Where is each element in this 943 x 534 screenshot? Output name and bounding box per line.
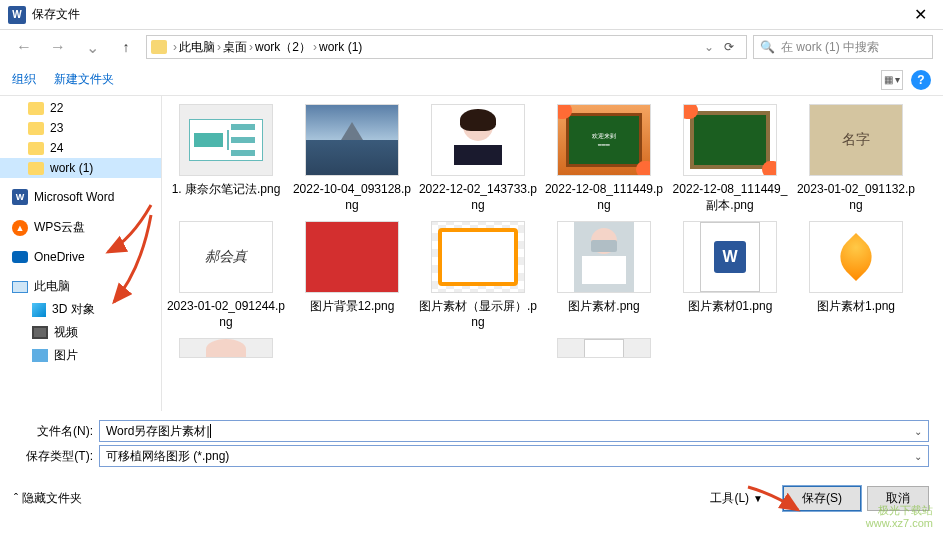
close-button[interactable]: ✕	[906, 5, 935, 24]
new-folder-button[interactable]: 新建文件夹	[54, 71, 114, 88]
file-label: 图片素材1.png	[796, 299, 916, 315]
breadcrumb[interactable]: › 此电脑 › 桌面 › work（2） › work (1) ⌄ ⟳	[146, 35, 747, 59]
file-item[interactable]: 2022-12-08_111449_副本.png	[670, 104, 790, 213]
refresh-button[interactable]: ⟳	[716, 40, 742, 54]
file-label: 图片素材01.png	[670, 299, 790, 315]
sidebar-onedrive[interactable]: OneDrive	[0, 247, 161, 267]
file-label: 2022-10-04_093128.png	[292, 182, 412, 213]
file-label: 1. 康奈尔笔记法.png	[166, 182, 286, 198]
thumbnail: W	[683, 221, 777, 293]
file-label: 2023-01-02_091132.png	[796, 182, 916, 213]
folder-23[interactable]: 23	[0, 118, 161, 138]
folder-icon	[28, 122, 44, 135]
search-placeholder: 在 work (1) 中搜索	[781, 39, 879, 56]
view-mode-button[interactable]: ▦ ▾	[881, 70, 903, 90]
breadcrumb-p3[interactable]: work (1)	[319, 40, 362, 54]
file-item[interactable]: 郝会真 2023-01-02_091244.png	[166, 221, 286, 330]
help-button[interactable]: ?	[911, 70, 931, 90]
chevron-right-icon: ›	[173, 40, 177, 54]
file-item[interactable]: 名字 2023-01-02_091132.png	[796, 104, 916, 213]
file-item[interactable]	[166, 338, 286, 364]
thumbnail	[179, 104, 273, 176]
file-label: 2022-12-02_143733.png	[418, 182, 538, 213]
word-icon: W	[12, 189, 28, 205]
breadcrumb-dropdown[interactable]: ⌄	[704, 40, 714, 54]
sidebar-3d-objects[interactable]: 3D 对象	[0, 298, 161, 321]
thumbnail: 欢迎来到━━━	[557, 104, 651, 176]
tools-menu[interactable]: 工具(L)▼	[710, 490, 763, 507]
file-label: 2022-12-08_111449.png	[544, 182, 664, 213]
folder-work1[interactable]: work (1)	[0, 158, 161, 178]
forward-button: →	[44, 35, 72, 59]
obj3d-icon	[32, 303, 46, 317]
save-form: 文件名(N): Word另存图片素材| ⌄ 保存类型(T): 可移植网络图形 (…	[0, 411, 943, 476]
file-item[interactable]: 1. 康奈尔笔记法.png	[166, 104, 286, 213]
file-label: 2022-12-08_111449_副本.png	[670, 182, 790, 213]
sidebar-this-pc[interactable]: 此电脑	[0, 275, 161, 298]
file-label: 图片素材.png	[544, 299, 664, 315]
thumbnail	[305, 221, 399, 293]
search-icon: 🔍	[760, 40, 775, 54]
file-label: 图片素材（显示屏）.png	[418, 299, 538, 330]
hide-folders-toggle[interactable]: ˆ 隐藏文件夹	[14, 490, 82, 507]
chevron-down-icon[interactable]: ⌄	[914, 451, 922, 462]
thumbnail	[179, 338, 273, 358]
window-title: 保存文件	[32, 6, 906, 23]
folder-24[interactable]: 24	[0, 138, 161, 158]
recent-dropdown[interactable]: ⌄	[78, 35, 106, 59]
folder-22[interactable]: 22	[0, 98, 161, 118]
thumbnail	[431, 104, 525, 176]
sidebar-pictures[interactable]: 图片	[0, 344, 161, 367]
thumbnail	[431, 221, 525, 293]
file-item[interactable]: 2022-12-02_143733.png	[418, 104, 538, 213]
sidebar-videos[interactable]: 视频	[0, 321, 161, 344]
thumbnail	[557, 221, 651, 293]
thumbnail: 郝会真	[179, 221, 273, 293]
breadcrumb-p1[interactable]: 桌面	[223, 39, 247, 56]
video-icon	[32, 326, 48, 339]
folder-icon	[28, 142, 44, 155]
back-button[interactable]: ←	[10, 35, 38, 59]
breadcrumb-p2[interactable]: work（2）	[255, 39, 311, 56]
save-button[interactable]: 保存(S)	[783, 486, 861, 511]
file-item[interactable]: W 图片素材01.png	[670, 221, 790, 330]
file-item[interactable]: 2022-10-04_093128.png	[292, 104, 412, 213]
thumbnail	[683, 104, 777, 176]
pc-icon	[12, 281, 28, 293]
folder-icon	[151, 40, 167, 54]
thumbnail: 名字	[809, 104, 903, 176]
filename-input[interactable]: Word另存图片素材| ⌄	[99, 420, 929, 442]
file-item[interactable]: 图片背景12.png	[292, 221, 412, 330]
sidebar: 22 23 24 work (1) WMicrosoft Word ▲WPS云盘…	[0, 96, 162, 411]
folder-icon	[28, 102, 44, 115]
search-input[interactable]: 🔍 在 work (1) 中搜索	[753, 35, 933, 59]
main-area: 22 23 24 work (1) WMicrosoft Word ▲WPS云盘…	[0, 96, 943, 411]
sidebar-word[interactable]: WMicrosoft Word	[0, 186, 161, 208]
picture-icon	[32, 349, 48, 362]
app-icon: W	[8, 6, 26, 24]
thumbnail	[557, 338, 651, 358]
up-button[interactable]: ↑	[112, 35, 140, 59]
file-item[interactable]	[544, 338, 664, 364]
titlebar: W 保存文件 ✕	[0, 0, 943, 30]
chevron-down-icon[interactable]: ⌄	[914, 426, 922, 437]
file-item[interactable]: 图片素材1.png	[796, 221, 916, 330]
breadcrumb-root[interactable]: 此电脑	[179, 39, 215, 56]
toolbar: 组织 新建文件夹 ▦ ▾ ?	[0, 64, 943, 96]
cancel-button[interactable]: 取消	[867, 486, 929, 511]
wps-icon: ▲	[12, 220, 28, 236]
filetype-label: 保存类型(T):	[14, 448, 99, 465]
thumbnail	[305, 104, 399, 176]
sidebar-wps[interactable]: ▲WPS云盘	[0, 216, 161, 239]
filetype-select[interactable]: 可移植网络图形 (*.png) ⌄	[99, 445, 929, 467]
file-grid[interactable]: 1. 康奈尔笔记法.png 2022-10-04_093128.png 2022…	[162, 96, 943, 411]
nav-bar: ← → ⌄ ↑ › 此电脑 › 桌面 › work（2） › work (1) …	[0, 30, 943, 64]
onedrive-icon	[12, 251, 28, 263]
file-item[interactable]: 欢迎来到━━━ 2022-12-08_111449.png	[544, 104, 664, 213]
file-item[interactable]: 图片素材.png	[544, 221, 664, 330]
file-item[interactable]: 图片素材（显示屏）.png	[418, 221, 538, 330]
filename-label: 文件名(N):	[14, 423, 99, 440]
organize-menu[interactable]: 组织	[12, 71, 36, 88]
file-label: 图片背景12.png	[292, 299, 412, 315]
file-label: 2023-01-02_091244.png	[166, 299, 286, 330]
